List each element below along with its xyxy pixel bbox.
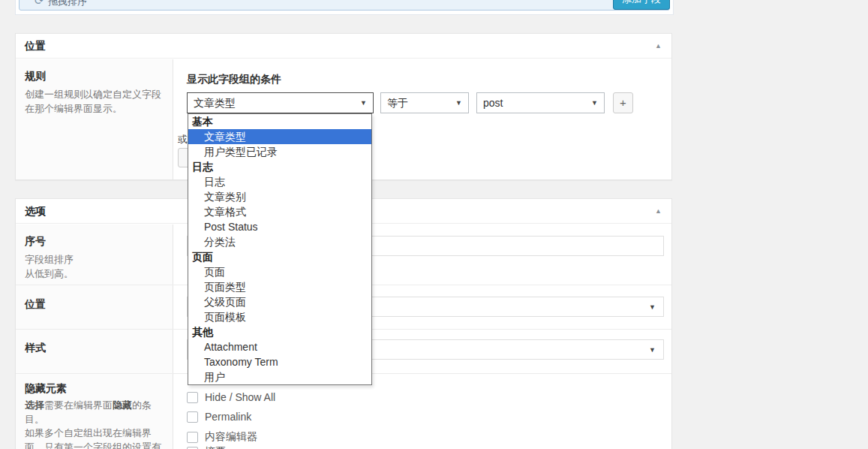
dropdown-option[interactable]: 文章类别 — [188, 189, 371, 204]
select-arrow-icon: ▼ — [649, 340, 656, 360]
style-label: 样式 — [25, 342, 46, 355]
rule-param-value: 文章类型 — [194, 97, 236, 109]
order-label: 序号 — [25, 235, 46, 249]
rule-value-select[interactable]: post ▼ — [476, 92, 605, 113]
checkbox-label: 摘要 — [205, 445, 226, 449]
dropdown-option[interactable]: Attachment — [188, 339, 371, 354]
location-label-column: 规则 创建一组规则以确定自定义字段在那个编辑界面显示。 — [16, 59, 173, 179]
hide-element-checkbox-row[interactable]: Permalink — [187, 411, 251, 423]
checkbox-label: 内容编辑器 — [205, 430, 257, 444]
acf-field-group-screen: ⟳ 拖拽排序 添加字段 位置 ▲ 规则 创建一组规则以确定自定义字段在那个编辑界… — [0, 0, 868, 449]
checkbox[interactable] — [187, 392, 198, 403]
drag-sort-label: 拖拽排序 — [48, 0, 87, 8]
dropdown-option[interactable]: 页面类型 — [188, 279, 371, 294]
select-arrow-icon: ▼ — [649, 297, 656, 317]
hide-elements-description: 选择需要在编辑界面隐藏的条目。 — [25, 398, 169, 426]
dropdown-group-label: 其他 — [188, 324, 371, 339]
dropdown-option[interactable]: 页面模板 — [188, 309, 371, 324]
dropdown-group-label: 基本 — [188, 114, 371, 129]
drag-sort-icon: ⟳ — [35, 0, 44, 8]
dropdown-option[interactable]: 父级页面 — [188, 294, 371, 309]
rule-value-value: post — [483, 97, 503, 109]
location-metabox-header: 位置 ▲ — [16, 34, 671, 59]
hide-element-checkbox-row[interactable]: 摘要 — [187, 445, 226, 449]
hide-elements-label: 隐藏元素 — [25, 382, 67, 396]
checkbox-label: Permalink — [205, 411, 251, 423]
add-rule-button[interactable]: + — [613, 92, 633, 113]
rule-operator-select[interactable]: 等于 ▼ — [380, 92, 469, 113]
dropdown-option[interactable]: Taxonomy Term — [188, 354, 371, 369]
dropdown-option[interactable]: 文章类型 — [188, 129, 371, 144]
hide-element-checkbox-row[interactable]: 内容编辑器 — [187, 430, 257, 444]
dropdown-option[interactable]: 文章格式 — [188, 204, 371, 219]
condition-label: 显示此字段组的条件 — [187, 73, 281, 86]
checkbox[interactable] — [187, 411, 198, 423]
hide-elements-description-2: 如果多个自定组出现在编辑界面，只有第一个字段组的设置有 — [25, 426, 169, 449]
checkbox[interactable] — [187, 432, 198, 443]
order-description: 字段组排序 从低到高。 — [25, 252, 169, 281]
dropdown-group-label: 页面 — [188, 249, 371, 264]
fields-toolbar — [19, 0, 670, 11]
rule-param-select[interactable]: 文章类型 ▼ — [187, 92, 374, 113]
or-label: 或 — [178, 133, 188, 146]
dropdown-option[interactable]: 日志 — [188, 174, 371, 189]
dropdown-option[interactable]: 用户类型已记录 — [188, 144, 371, 159]
dropdown-option[interactable]: 用户 — [188, 369, 371, 384]
options-title: 选项 — [25, 205, 46, 218]
options-label-column: 序号 字段组排序 从低到高。 位置 样式 隐藏元素 选择需要在编辑界面隐藏的条目… — [16, 225, 173, 449]
select-arrow-icon: ▼ — [455, 93, 462, 113]
checkbox[interactable] — [187, 447, 198, 449]
rule-operator-value: 等于 — [387, 97, 408, 109]
param-dropdown-list: 基本文章类型用户类型已记录日志日志文章类别文章格式Post Status分类法页… — [188, 113, 372, 385]
select-arrow-icon: ▼ — [591, 93, 598, 113]
collapse-toggle-icon[interactable]: ▲ — [655, 42, 662, 50]
dropdown-option[interactable]: 页面 — [188, 264, 371, 279]
position-label: 位置 — [25, 298, 46, 312]
collapse-toggle-icon[interactable]: ▲ — [655, 207, 662, 215]
hide-element-checkbox-row[interactable]: Hide / Show All — [187, 391, 275, 403]
location-title: 位置 — [25, 40, 46, 53]
dropdown-option[interactable]: 分类法 — [188, 234, 371, 249]
select-arrow-icon: ▼ — [360, 93, 367, 113]
add-field-button[interactable]: 添加字段 — [613, 0, 670, 10]
rules-label: 规则 — [25, 70, 46, 83]
dropdown-option[interactable]: Post Status — [188, 219, 371, 234]
checkbox-label: Hide / Show All — [205, 391, 275, 403]
dropdown-group-label: 日志 — [188, 159, 371, 174]
rules-description: 创建一组规则以确定自定义字段在那个编辑界面显示。 — [25, 87, 169, 116]
